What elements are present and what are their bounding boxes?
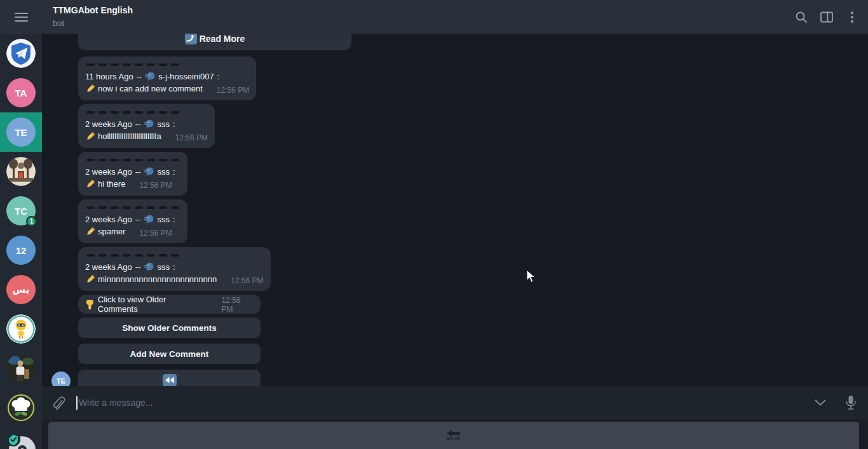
comment-message: 2 weeks Ago -- sss :: [78, 104, 215, 148]
comment-message: 2 weeks Ago -- sss :: [78, 247, 271, 291]
comment-message: 2 weeks Ago -- sss :: [78, 199, 187, 243]
person-photo-avatar: [6, 354, 36, 383]
read-more-button[interactable]: Read More: [78, 34, 351, 50]
meta-separator: --: [135, 166, 141, 178]
comment-meta: 2 weeks Ago -- sss :: [85, 261, 264, 273]
message-input[interactable]: [79, 398, 812, 408]
inline-keyboard: Show Older Comments Add New Comment: [78, 318, 868, 364]
hide-keyboard-button[interactable]: [812, 394, 829, 411]
comment-age: 2 weeks Ago: [85, 261, 132, 273]
message-time: 12:56 PM: [231, 275, 263, 287]
separator-dashes: [86, 254, 262, 257]
comment-author: sss: [157, 118, 170, 130]
inline-action-button[interactable]: Show Older Comments: [78, 318, 261, 338]
separator-dashes: [86, 159, 179, 161]
comment-text: hi there: [98, 178, 125, 190]
avatar-initials: TA: [6, 78, 36, 107]
separator-dashes: [86, 64, 248, 66]
arrow-curve-up-icon: [185, 34, 197, 44]
meta-separator: --: [137, 70, 142, 83]
sidebar-chat-TA[interactable]: TA: [0, 73, 42, 112]
comment-author: s-j-hosseini007: [158, 70, 214, 83]
older-comments-text: Click to view Older Comments: [98, 295, 207, 314]
sidebar-chat-person-photo-avatar[interactable]: [0, 349, 42, 388]
avatar-initials: 12: [6, 236, 36, 265]
comment-meta: 2 weeks Ago -- sss :: [85, 118, 208, 130]
back-button-label: BACK: [447, 436, 461, 441]
comment-age: 2 weeks Ago: [85, 213, 132, 225]
comment-text: minnnnnnnnnnnnnnnnnnnnnnnn: [98, 273, 217, 285]
comment-meta: 2 weeks Ago -- sss :: [85, 166, 180, 178]
comment-meta: 11 hours Ago -- s-j-hosseini007 :: [85, 70, 249, 83]
trees-art-avatar: [6, 157, 36, 186]
message-time: 12:56 PM: [221, 296, 254, 314]
sidebar-chat-trees-art-avatar[interactable]: [0, 152, 42, 191]
comment-message: 2 weeks Ago -- sss :: [78, 152, 187, 196]
comment-body: hi there 12:56 PM: [85, 178, 180, 190]
comment-text: hollllllllllllllllllllllllllla: [98, 130, 161, 142]
finger-pointing-down-icon: [85, 299, 95, 310]
sidebar-chat-telegram-shield-logo-avatar[interactable]: [0, 34, 42, 73]
composer-actions: [812, 394, 859, 411]
sidebar-chat-TE[interactable]: TE: [0, 112, 42, 152]
meta-separator: --: [135, 261, 141, 273]
telegram-app-window: TTMGAbot English bot: [0, 0, 868, 449]
columns-toggle-icon: [820, 11, 833, 23]
message-time: 12:56 PM: [139, 180, 172, 192]
sidebar-chat-chef-hat-logo-avatar[interactable]: [0, 388, 42, 427]
comment-body: hollllllllllllllllllllllllllla 12:56 PM: [85, 130, 208, 142]
chat-subtitle: bot: [53, 18, 133, 29]
chevron-down-icon: [815, 399, 826, 406]
comment-body: spamer 12:56 PM: [85, 225, 180, 238]
message-time: 12:56 PM: [217, 84, 249, 97]
paperclip-icon: [52, 395, 66, 410]
comment-message: 11 hours Ago -- s-j-hosseini007 :: [78, 57, 256, 100]
reply-keyboard-back-button[interactable]: BACK: [48, 422, 859, 449]
comment-text: spamer: [98, 225, 125, 238]
pencil-icon: [85, 227, 95, 237]
attach-file-button[interactable]: [51, 394, 67, 411]
meta-colon: :: [173, 166, 175, 178]
search-button[interactable]: [793, 9, 810, 25]
pencil-icon: [85, 179, 95, 189]
speech-balloon-icon: [144, 119, 154, 129]
comment-meta: 2 weeks Ago -- sss :: [85, 213, 180, 225]
speech-balloon-icon: [144, 262, 154, 272]
voice-record-button[interactable]: [843, 394, 859, 411]
sidebar-chat-TC[interactable]: TC1: [0, 191, 42, 231]
inline-action-label: Add New Comment: [130, 349, 209, 359]
meta-colon: :: [173, 261, 175, 273]
sidebar-chat-12[interactable]: 12: [0, 231, 42, 270]
inline-action-label: Show Older Comments: [122, 323, 217, 333]
sidebar-chat-robot-chick-avatar[interactable]: [0, 309, 42, 349]
message-composer: [42, 386, 868, 419]
comment-age: 11 hours Ago: [85, 70, 133, 83]
message-list[interactable]: Read More 11 hours Ago -- s-j-hosseini00…: [42, 34, 868, 386]
sidebar-chat-disc-shield-check-avatar[interactable]: [0, 427, 42, 449]
sidebar-chat-يس[interactable]: يس: [0, 270, 42, 309]
hamburger-menu-button[interactable]: [0, 13, 42, 22]
avatar-initials: يس: [6, 275, 36, 304]
rewind-button[interactable]: [78, 370, 261, 386]
search-icon: [795, 11, 808, 23]
pencil-icon: [85, 131, 95, 142]
bot-mini-avatar[interactable]: TE: [51, 372, 71, 386]
comment-text: now i can add new comment: [98, 83, 203, 95]
toggle-sidebar-button[interactable]: [818, 9, 835, 25]
chat-header: TTMGAbot English bot: [0, 0, 868, 34]
comment-body: minnnnnnnnnnnnnnnnnnnnnnnn 12:56 PM: [85, 273, 264, 285]
speech-balloon-icon: [144, 215, 154, 224]
reply-keyboard: BACK: [42, 419, 868, 449]
meta-separator: --: [135, 213, 141, 225]
meta-colon: :: [217, 70, 220, 83]
message-time: 12:56 PM: [175, 132, 208, 144]
read-more-label: Read More: [200, 34, 245, 44]
meta-colon: :: [173, 118, 175, 130]
chat-info[interactable]: TTMGAbot English bot: [53, 5, 133, 29]
avatar-initials: TC1: [6, 196, 36, 225]
menu-button[interactable]: [844, 9, 860, 25]
unread-count-badge: 1: [26, 216, 37, 227]
chat-list: TATE TC112يس: [0, 34, 42, 449]
avatar-initials: TE: [6, 117, 36, 147]
inline-action-button[interactable]: Add New Comment: [78, 344, 261, 364]
